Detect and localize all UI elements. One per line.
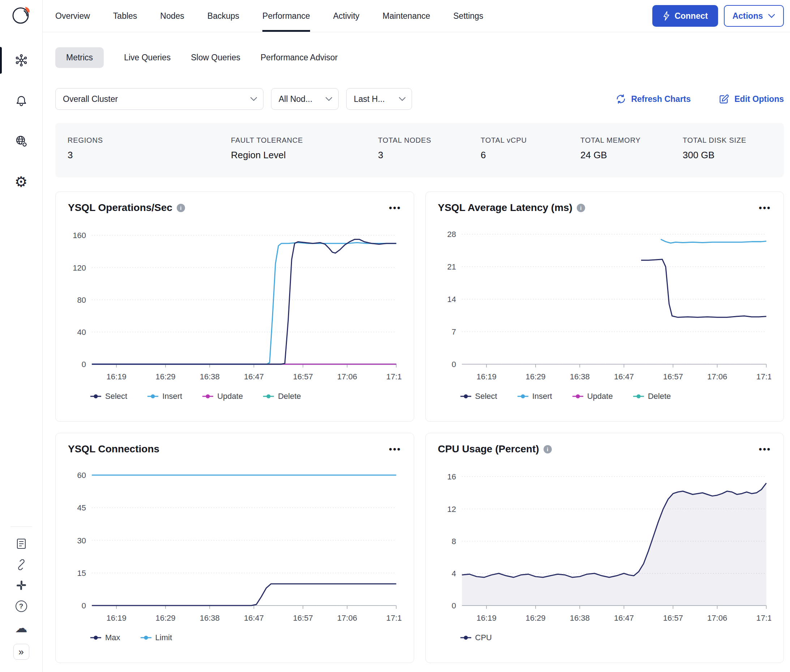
slack-button[interactable]	[16, 580, 27, 591]
info-icon: i	[577, 204, 585, 212]
legend-item-select[interactable]: Select	[90, 392, 127, 401]
chart-title: YSQL Connections	[68, 443, 159, 455]
cloud-status-button[interactable]: ☁	[15, 622, 27, 634]
legend-marker-icon	[460, 394, 471, 399]
legend-marker-icon	[572, 394, 583, 399]
svg-text:17:16: 17:16	[386, 372, 402, 381]
stat-total-disk-size: TOTAL DISK SIZE300 GB	[683, 136, 746, 178]
tab-settings[interactable]: Settings	[453, 0, 483, 32]
chart-menu-button[interactable]: •••	[759, 203, 771, 213]
legend-item-max[interactable]: Max	[90, 633, 120, 642]
svg-text:16:19: 16:19	[107, 613, 127, 622]
svg-text:16:38: 16:38	[570, 613, 590, 622]
svg-text:16:29: 16:29	[526, 613, 545, 622]
document-icon	[16, 538, 27, 549]
svg-text:16:57: 16:57	[663, 613, 683, 622]
cluster-select[interactable]: Overall Cluster	[55, 88, 263, 110]
sidebar-divider	[11, 526, 32, 527]
integrations-button[interactable]	[16, 559, 27, 570]
legend-item-limit[interactable]: Limit	[141, 633, 172, 642]
stat-value: Region Level	[231, 150, 378, 161]
edit-options-link[interactable]: Edit Options	[719, 94, 784, 104]
yugabyte-logo[interactable]	[11, 4, 32, 27]
stat-value: 3	[378, 150, 481, 161]
tab-maintenance[interactable]: Maintenance	[383, 0, 430, 32]
stat-value: 6	[481, 150, 580, 161]
lightning-icon	[662, 11, 670, 21]
sidebar: ⚙	[0, 0, 43, 672]
refresh-charts-link[interactable]: Refresh Charts	[615, 94, 691, 104]
question-icon: ?	[16, 600, 27, 612]
svg-text:14: 14	[447, 295, 456, 304]
svg-text:17:06: 17:06	[337, 613, 357, 622]
nodes-select[interactable]: All Nod...	[271, 88, 339, 110]
top-navigation: OverviewTablesNodesBackupsPerformanceAct…	[43, 0, 790, 32]
legend-item-delete[interactable]: Delete	[263, 392, 301, 401]
docs-button[interactable]	[16, 538, 27, 549]
tab-activity[interactable]: Activity	[333, 0, 360, 32]
svg-text:17:16: 17:16	[386, 613, 402, 622]
chart-card-header: CPU Usage (Percent)i•••	[438, 443, 772, 455]
legend-item-delete[interactable]: Delete	[633, 392, 671, 401]
chart-plot: 048121616:1916:2916:3816:4716:5717:0617:…	[438, 459, 772, 633]
legend-item-update[interactable]: Update	[202, 392, 243, 401]
subtab-slow-queries[interactable]: Slow Queries	[191, 47, 240, 68]
chart-plot: 0714212816:1916:2916:3816:4716:5717:0617…	[438, 218, 772, 392]
tab-overview[interactable]: Overview	[55, 0, 90, 32]
stat-value: 300 GB	[683, 150, 746, 161]
legend-label: Delete	[648, 392, 671, 401]
chart-menu-button[interactable]: •••	[389, 444, 401, 454]
sidebar-item-network[interactable]	[0, 131, 42, 152]
sidebar-item-alerts[interactable]	[0, 90, 42, 111]
chart-menu-button[interactable]: •••	[389, 203, 401, 213]
bell-icon	[15, 94, 27, 107]
tab-performance[interactable]: Performance	[262, 0, 310, 32]
subtab-live-queries[interactable]: Live Queries	[124, 47, 171, 68]
help-button[interactable]: ?	[16, 600, 27, 612]
time-range-select[interactable]: Last H...	[346, 88, 412, 110]
svg-text:45: 45	[77, 503, 87, 512]
info-icon: i	[543, 445, 552, 453]
chart-card-header: YSQL Connections•••	[68, 443, 402, 455]
svg-text:60: 60	[77, 471, 87, 480]
sidebar-item-settings[interactable]: ⚙	[0, 171, 42, 192]
chart-title: CPU Usage (Percent)	[438, 443, 539, 455]
legend-item-insert[interactable]: Insert	[147, 392, 182, 401]
legend-label: Insert	[162, 392, 182, 401]
svg-text:16:47: 16:47	[614, 372, 633, 381]
svg-text:16:57: 16:57	[663, 372, 683, 381]
svg-text:8: 8	[451, 537, 456, 546]
subtab-performance-advisor[interactable]: Performance Advisor	[261, 47, 338, 68]
svg-text:16:38: 16:38	[570, 372, 590, 381]
stat-regions: REGIONS3	[67, 136, 231, 178]
legend-item-update[interactable]: Update	[572, 392, 613, 401]
sidebar-item-clusters[interactable]	[0, 50, 42, 71]
stat-label: TOTAL vCPU	[481, 136, 580, 144]
sidebar-footer: ? ☁ »	[0, 526, 42, 672]
chart-menu-button[interactable]: •••	[759, 444, 771, 454]
link-icon	[16, 559, 27, 570]
svg-text:4: 4	[451, 569, 456, 578]
svg-text:120: 120	[73, 263, 86, 272]
svg-text:21: 21	[447, 262, 456, 271]
legend-marker-icon	[633, 394, 644, 399]
legend-item-insert[interactable]: Insert	[518, 392, 552, 401]
actions-button[interactable]: Actions	[724, 5, 784, 27]
tab-backups[interactable]: Backups	[207, 0, 239, 32]
subtab-metrics[interactable]: Metrics	[55, 47, 104, 68]
expand-sidebar-button[interactable]: »	[13, 644, 29, 660]
sidebar-nav: ⚙	[0, 50, 42, 192]
stat-value: 24 GB	[580, 150, 683, 161]
connect-label: Connect	[675, 11, 708, 21]
legend-marker-icon	[460, 635, 471, 640]
legend-label: Max	[105, 633, 120, 642]
legend-item-select[interactable]: Select	[460, 392, 497, 401]
tab-tables[interactable]: Tables	[113, 0, 137, 32]
svg-text:16:19: 16:19	[476, 613, 496, 622]
legend-item-cpu[interactable]: CPU	[460, 633, 492, 642]
stat-label: TOTAL DISK SIZE	[683, 136, 746, 144]
stat-label: REGIONS	[67, 136, 231, 144]
charts-grid: YSQL Operations/Seci•••0408012016016:191…	[55, 192, 784, 663]
connect-button[interactable]: Connect	[652, 5, 718, 27]
tab-nodes[interactable]: Nodes	[160, 0, 184, 32]
